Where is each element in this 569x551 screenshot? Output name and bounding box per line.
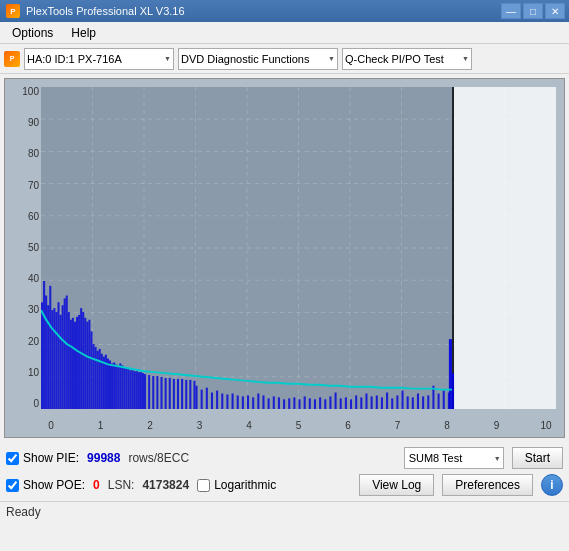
svg-rect-47 <box>95 347 97 409</box>
svg-rect-56 <box>113 362 115 409</box>
svg-rect-131 <box>438 393 440 409</box>
lsn-value: 4173824 <box>142 478 189 492</box>
svg-rect-57 <box>115 364 117 409</box>
svg-rect-98 <box>268 398 270 409</box>
svg-rect-110 <box>329 396 331 409</box>
svg-rect-106 <box>309 398 311 409</box>
svg-rect-74 <box>156 376 158 409</box>
svg-rect-71 <box>144 374 146 409</box>
svg-rect-86 <box>206 388 208 409</box>
minimize-button[interactable]: — <box>501 3 521 19</box>
svg-rect-105 <box>304 396 306 409</box>
svg-rect-65 <box>132 370 134 409</box>
show-poe-checkbox-label[interactable]: Show POE: <box>6 478 85 492</box>
svg-rect-23 <box>45 296 47 409</box>
svg-rect-125 <box>407 396 409 409</box>
svg-rect-58 <box>117 366 119 409</box>
x-label-8: 8 <box>437 420 457 431</box>
svg-rect-99 <box>273 396 275 409</box>
svg-rect-84 <box>196 386 198 409</box>
svg-rect-21 <box>41 302 43 409</box>
svg-rect-89 <box>221 393 223 409</box>
show-pie-checkbox-label[interactable]: Show PIE: <box>6 451 79 465</box>
svg-rect-97 <box>262 395 264 409</box>
y-label-40: 40 <box>28 274 39 284</box>
test-select[interactable]: Q-Check PI/PO Test <box>342 48 472 70</box>
svg-rect-40 <box>80 308 82 409</box>
svg-rect-100 <box>278 397 280 409</box>
svg-rect-134 <box>449 339 452 409</box>
x-axis-labels: 0 1 2 3 4 5 6 7 8 9 10 <box>41 420 556 431</box>
svg-rect-62 <box>125 368 127 409</box>
svg-rect-78 <box>173 379 175 409</box>
svg-rect-104 <box>299 399 301 409</box>
svg-rect-35 <box>70 320 72 409</box>
svg-rect-116 <box>360 397 362 409</box>
svg-rect-27 <box>53 308 55 409</box>
svg-rect-42 <box>84 318 86 409</box>
svg-rect-124 <box>402 391 404 409</box>
y-label-90: 90 <box>28 118 39 128</box>
svg-rect-55 <box>111 363 113 409</box>
x-label-6: 6 <box>338 420 358 431</box>
viewlog-button[interactable]: View Log <box>359 474 434 496</box>
y-label-100: 100 <box>22 87 39 97</box>
svg-rect-129 <box>427 395 429 409</box>
svg-rect-81 <box>185 380 187 409</box>
sum8-select[interactable]: SUM8 Test <box>404 447 504 469</box>
y-label-20: 20 <box>28 337 39 347</box>
svg-rect-77 <box>169 378 171 409</box>
svg-rect-96 <box>257 393 259 409</box>
function-select[interactable]: DVD Diagnostic Functions <box>178 48 338 70</box>
svg-rect-22 <box>43 281 45 409</box>
status-bar: Ready <box>0 501 569 521</box>
svg-rect-32 <box>64 298 66 409</box>
svg-rect-112 <box>340 398 342 409</box>
svg-rect-92 <box>237 395 239 409</box>
svg-rect-51 <box>103 357 105 409</box>
svg-rect-53 <box>107 359 109 409</box>
svg-rect-88 <box>216 391 218 409</box>
maximize-button[interactable]: □ <box>523 3 543 19</box>
svg-rect-26 <box>51 310 53 409</box>
y-label-50: 50 <box>28 243 39 253</box>
menu-options[interactable]: Options <box>4 24 61 42</box>
title-bar-controls: — □ ✕ <box>501 3 565 19</box>
title-bar-left: P PlexTools Professional XL V3.16 <box>6 4 185 18</box>
svg-rect-111 <box>335 393 337 409</box>
app-icon: P <box>6 4 20 18</box>
svg-rect-72 <box>148 375 150 409</box>
poe-value: 0 <box>93 478 100 492</box>
chart-area <box>41 87 556 409</box>
svg-rect-117 <box>365 393 367 409</box>
svg-rect-118 <box>371 396 373 409</box>
svg-rect-33 <box>66 296 68 409</box>
close-button[interactable]: ✕ <box>545 3 565 19</box>
drive-select[interactable]: HA:0 ID:1 PX-716A <box>24 48 174 70</box>
y-label-10: 10 <box>28 368 39 378</box>
svg-rect-43 <box>86 322 88 409</box>
svg-rect-69 <box>140 372 142 409</box>
svg-rect-123 <box>396 395 398 409</box>
y-label-80: 80 <box>28 149 39 159</box>
svg-rect-119 <box>376 395 378 409</box>
svg-rect-49 <box>99 349 101 409</box>
preferences-button[interactable]: Preferences <box>442 474 533 496</box>
chart-container: 100 90 80 70 60 50 40 30 20 10 0 <box>4 78 565 438</box>
sum8-select-wrapper: SUM8 Test <box>404 447 504 469</box>
svg-rect-120 <box>381 397 383 409</box>
info-button[interactable]: i <box>541 474 563 496</box>
logarithmic-checkbox[interactable] <box>197 479 210 492</box>
svg-rect-38 <box>76 317 78 409</box>
show-pie-label: Show PIE: <box>23 451 79 465</box>
menu-help[interactable]: Help <box>63 24 104 42</box>
chart-svg <box>41 87 556 409</box>
pie-value: 99988 <box>87 451 120 465</box>
svg-rect-70 <box>142 373 144 409</box>
show-poe-checkbox[interactable] <box>6 479 19 492</box>
show-pie-checkbox[interactable] <box>6 452 19 465</box>
svg-rect-76 <box>165 378 167 409</box>
rows-label: rows/8ECC <box>128 451 189 465</box>
start-button[interactable]: Start <box>512 447 563 469</box>
logarithmic-checkbox-label[interactable]: Logarithmic <box>197 478 276 492</box>
